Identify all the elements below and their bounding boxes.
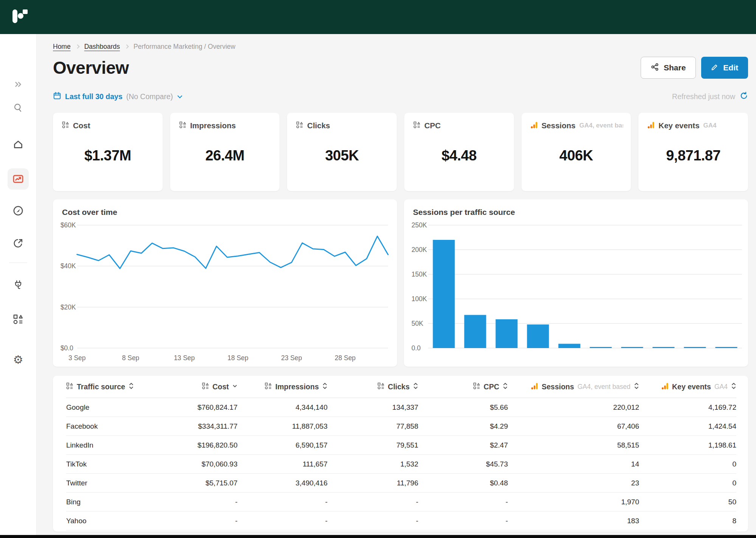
breadcrumb-home[interactable]: Home [53, 43, 71, 51]
svg-text:250K: 250K [411, 221, 427, 229]
line-chart-title: Cost over time [62, 208, 117, 217]
column-header-sessions[interactable]: SessionsGA4, event based [508, 376, 639, 398]
table-cell: $4.29 [418, 417, 508, 436]
table-cell: $45.73 [418, 455, 508, 474]
screen-bottom-edge [0, 535, 756, 538]
table-cell: 11,887,053 [238, 417, 328, 436]
settings-gear-icon[interactable]: ⚙ [9, 351, 27, 369]
kpi-value: 406K [522, 130, 631, 191]
kpi-label: CPC [424, 121, 441, 130]
dashboards-icon[interactable] [8, 168, 29, 190]
table-cell: 220,012 [508, 398, 639, 417]
table-cell: 6,590,157 [238, 436, 328, 455]
explore-compass-icon[interactable] [9, 202, 27, 220]
sort-toggle-icon[interactable] [413, 382, 418, 391]
table-cell: 0 [639, 474, 736, 493]
table-cell: 23 [508, 474, 639, 493]
column-header-cost[interactable]: Cost [165, 376, 238, 398]
table-cell: $334,311.77 [165, 417, 238, 436]
fields-icon[interactable] [9, 310, 27, 328]
table-cell: 11,796 [328, 474, 418, 493]
kpi-label: Sessions [542, 121, 576, 130]
svg-text:18 Sep: 18 Sep [227, 354, 248, 362]
table-row-source: TikTok [66, 455, 165, 474]
table-cell: - [165, 493, 238, 512]
sort-toggle-icon[interactable] [129, 382, 134, 391]
svg-text:200K: 200K [411, 246, 427, 253]
svg-text:3 Sep: 3 Sep [68, 354, 86, 362]
svg-text:100K: 100K [411, 295, 427, 303]
table-cell: - [238, 512, 328, 530]
kpi-source: GA4, event bas [579, 122, 624, 129]
connectors-plug-icon[interactable] [9, 276, 27, 294]
sort-toggle-icon[interactable] [634, 382, 639, 391]
traffic-source-table: Traffic sourceCostImpressionsClicksCPCSe… [53, 376, 748, 532]
column-header-clicks[interactable]: Clicks [328, 376, 418, 398]
refresh-icon[interactable] [740, 92, 748, 102]
sessions-per-source-panel: Sessions per traffic source 0.050K100K15… [404, 199, 748, 367]
sessions-bar-chart: 0.050K100K150K200K250K [404, 199, 748, 367]
table-cell: $2.47 [418, 436, 508, 455]
sort-descending-icon[interactable] [232, 382, 238, 391]
breadcrumb: Home Dashboards Performance Marketing / … [53, 42, 748, 51]
kpi-value: 9,871.87 [638, 130, 748, 191]
ga-icon [531, 121, 538, 130]
column-header-traffic-source[interactable]: Traffic source [66, 376, 165, 398]
svg-text:13 Sep: 13 Sep [174, 354, 195, 362]
ga-icon [661, 383, 669, 391]
svg-text:23 Sep: 23 Sep [281, 354, 302, 362]
table-cell: - [418, 493, 508, 512]
table-cell: 134,337 [328, 398, 418, 417]
date-range-filter[interactable]: Last full 30 days (No Compare) [53, 92, 182, 101]
table-cell: 0 [639, 455, 736, 474]
share-button[interactable]: Share [641, 57, 696, 79]
sort-toggle-icon[interactable] [322, 382, 328, 391]
kpi-label: Cost [73, 121, 90, 130]
metric-icon [202, 383, 209, 391]
export-share-icon[interactable] [9, 234, 27, 252]
metric-icon [473, 383, 480, 391]
table-cell: - [165, 512, 238, 530]
sort-toggle-icon[interactable] [731, 382, 736, 391]
table-cell: 1,532 [328, 455, 418, 474]
table-cell: 58,515 [508, 436, 639, 455]
metric-icon [66, 383, 73, 391]
column-header-impressions[interactable]: Impressions [238, 376, 328, 398]
kpi-label: Key events [658, 121, 699, 130]
table-row-source: Facebook [66, 417, 165, 436]
table-row-source: Bing [66, 493, 165, 512]
breadcrumb-dashboards[interactable]: Dashboards [84, 43, 120, 51]
table-cell: - [328, 493, 418, 512]
table-cell: - [328, 512, 418, 530]
kpi-value: $1.37M [53, 130, 163, 191]
table-cell: 4,169.72 [639, 398, 736, 417]
table-cell: 79,551 [328, 436, 418, 455]
sort-toggle-icon[interactable] [503, 382, 508, 391]
expand-sidebar-icon[interactable] [9, 75, 27, 93]
svg-text:$20K: $20K [61, 303, 76, 311]
search-icon[interactable] [9, 99, 27, 117]
svg-text:50K: 50K [411, 320, 423, 327]
svg-text:$0.0: $0.0 [61, 344, 73, 352]
table-cell: 1,970 [508, 493, 639, 512]
metric-icon [62, 121, 69, 130]
column-header-key-events[interactable]: Key eventsGA4 [639, 376, 736, 398]
kpi-card-impressions: Impressions26.4M [170, 113, 280, 191]
kpi-value: 305K [287, 130, 397, 191]
table-cell: 1,198.61 [639, 436, 736, 455]
table-row-source: Twitter [66, 474, 165, 493]
column-header-cpc[interactable]: CPC [418, 376, 508, 398]
column-source-suffix: GA4 [714, 383, 728, 391]
table-cell: 111,657 [238, 455, 328, 474]
ga-icon [531, 383, 538, 391]
funnel-logo-icon[interactable] [12, 9, 28, 25]
topbar [0, 0, 756, 34]
edit-button[interactable]: Edit [701, 57, 748, 79]
table-cell: $70,060.93 [165, 455, 238, 474]
column-source-suffix: GA4, event based [577, 383, 630, 391]
calendar-icon [53, 92, 61, 101]
kpi-value: $4.48 [404, 130, 514, 191]
refreshed-label: Refreshed just now [672, 92, 735, 101]
home-icon[interactable] [9, 135, 27, 154]
page-title: Overview [53, 58, 129, 78]
